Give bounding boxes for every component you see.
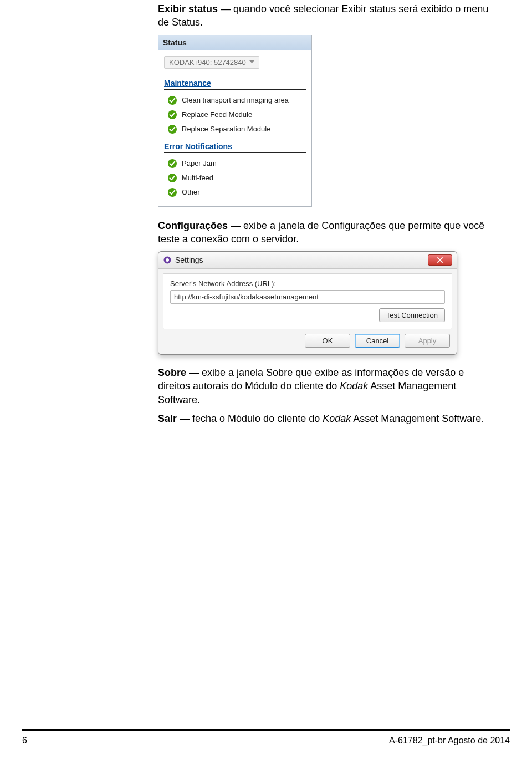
dialog-body: Server's Network Address (URL): Test Con… <box>163 273 452 329</box>
paragraph-sair: Sair — fecha o Módulo do cliente do Koda… <box>158 412 496 425</box>
check-icon <box>167 95 177 105</box>
list-item-label: Multi-feed <box>182 174 213 182</box>
maintenance-list: Clean transport and imaging area Replace… <box>164 93 306 136</box>
test-connection-button[interactable]: Test Connection <box>379 308 445 322</box>
list-item[interactable]: Multi-feed <box>164 171 306 185</box>
list-item-label: Replace Feed Module <box>182 110 252 119</box>
close-button[interactable] <box>428 254 452 266</box>
url-field-label: Server's Network Address (URL): <box>170 279 445 288</box>
list-item[interactable]: Replace Feed Module <box>164 108 306 122</box>
cancel-button[interactable]: Cancel <box>355 334 400 348</box>
list-item-label: Replace Separation Module <box>182 125 270 133</box>
dialog-titlebar: Settings <box>158 252 457 269</box>
svg-point-7 <box>166 258 169 262</box>
list-item-label: Paper Jam <box>182 159 217 167</box>
term-sair: Sair <box>158 413 177 424</box>
doc-id: A-61782_pt-br Agosto de 2014 <box>389 736 510 746</box>
error-list: Paper Jam Multi-feed Other <box>164 156 306 200</box>
list-item[interactable]: Replace Separation Module <box>164 122 306 136</box>
settings-app-icon <box>163 256 172 264</box>
scanner-dropdown[interactable]: KODAK i940: 52742840 <box>164 56 259 69</box>
list-item-label: Clean transport and imaging area <box>182 96 289 104</box>
list-item[interactable]: Other <box>164 185 306 200</box>
check-icon <box>167 187 177 197</box>
url-input[interactable] <box>170 290 445 304</box>
section-divider <box>164 152 306 153</box>
desc-sair-b: Asset Management Software. <box>351 413 484 424</box>
page-number: 6 <box>22 736 27 746</box>
italic-kodak: Kodak <box>323 413 351 424</box>
paragraph-exibir-status: Exibir status — quando você selecionar E… <box>158 2 496 29</box>
status-panel-header: Status <box>158 35 311 50</box>
desc-sair-a: — fecha o Módulo do cliente do <box>177 413 323 424</box>
check-icon <box>167 173 177 183</box>
chevron-down-icon <box>249 60 254 64</box>
status-panel: Status KODAK i940: 52742840 Maintenance … <box>158 35 312 207</box>
ok-button[interactable]: OK <box>305 334 350 348</box>
dialog-title: Settings <box>175 256 203 264</box>
check-icon <box>167 110 177 120</box>
error-section-title: Error Notifications <box>164 142 306 151</box>
italic-kodak: Kodak <box>340 380 368 391</box>
check-icon <box>167 159 177 169</box>
term-sobre: Sobre <box>158 367 186 378</box>
settings-dialog: Settings Server's Network Address (URL):… <box>158 251 457 355</box>
scanner-dropdown-value: KODAK i940: 52742840 <box>169 58 246 67</box>
close-icon <box>437 257 443 263</box>
check-icon <box>167 124 177 134</box>
list-item[interactable]: Paper Jam <box>164 156 306 171</box>
apply-button[interactable]: Apply <box>405 334 450 348</box>
page-footer: 6 A-61782_pt-br Agosto de 2014 <box>22 729 510 746</box>
list-item-label: Other <box>182 188 200 196</box>
maintenance-section-title: Maintenance <box>164 79 306 88</box>
term-exibir-status: Exibir status <box>158 3 218 14</box>
dialog-footer: OK Cancel Apply <box>158 334 457 354</box>
paragraph-sobre: Sobre — exibe a janela Sobre que exibe a… <box>158 366 496 406</box>
paragraph-configuracoes: Configurações — exibe a janela de Config… <box>158 219 496 246</box>
section-divider <box>164 89 306 90</box>
list-item[interactable]: Clean transport and imaging area <box>164 93 306 108</box>
term-configuracoes: Configurações <box>158 220 228 231</box>
